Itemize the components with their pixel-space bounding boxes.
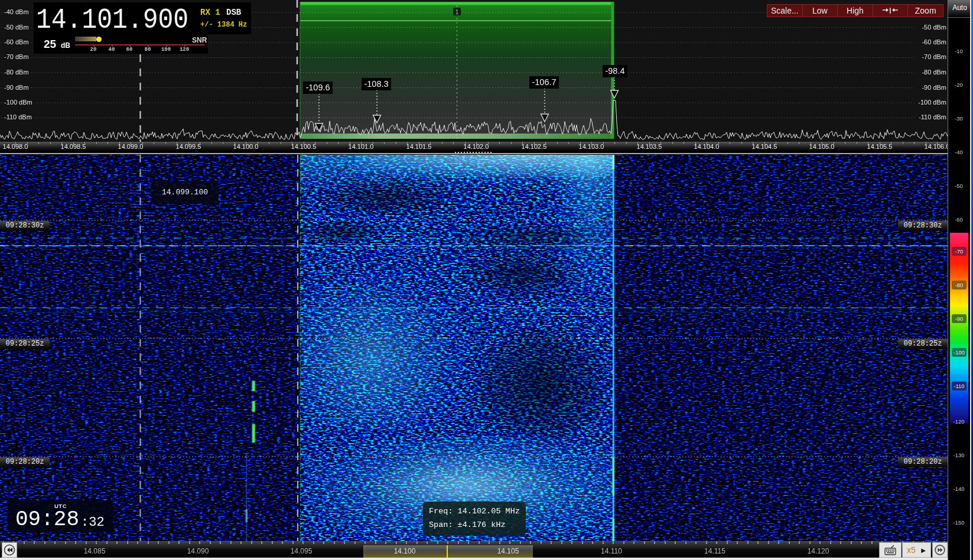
svg-text:1: 1 — [455, 9, 459, 15]
